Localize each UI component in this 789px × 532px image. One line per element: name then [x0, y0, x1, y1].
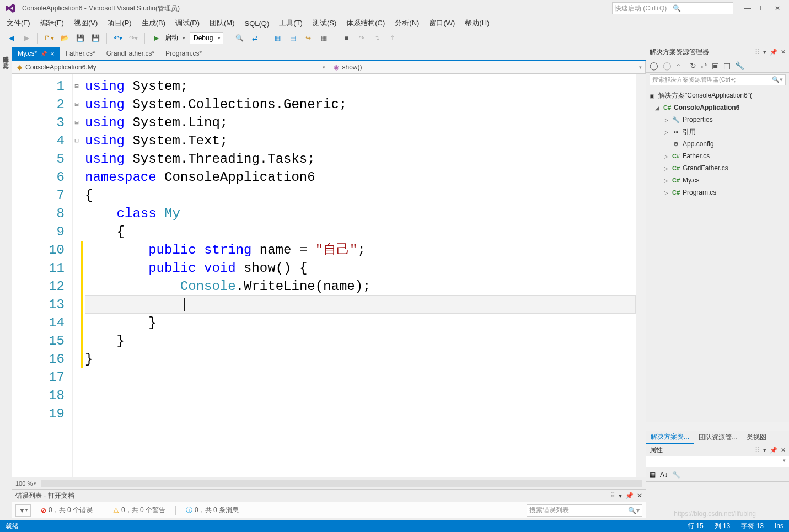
- pin-icon[interactable]: 📌: [40, 51, 47, 57]
- tab-class-view[interactable]: 类视图: [742, 431, 771, 444]
- menu-分析[interactable]: 分析(N): [395, 18, 419, 28]
- nav-back-button[interactable]: ◀: [4, 31, 18, 45]
- back-icon[interactable]: ◯: [650, 61, 658, 70]
- start-debug-button[interactable]: ▶: [149, 31, 163, 45]
- new-project-button[interactable]: 🗋▾: [42, 31, 56, 45]
- tool-icon-2[interactable]: ▤: [286, 31, 299, 45]
- tab-solution-explorer[interactable]: 解决方案资...: [646, 431, 694, 444]
- doc-tab-GrandFathercs[interactable]: GrandFather.cs*: [101, 47, 160, 60]
- horizontal-scrollbar[interactable]: [41, 480, 642, 487]
- home-icon[interactable]: ⌂: [676, 61, 680, 70]
- menu-视图[interactable]: 视图(V): [74, 18, 98, 28]
- breadcrumb-class[interactable]: ◆ ConsoleApplication6.My: [12, 61, 329, 73]
- start-label[interactable]: 启动: [165, 33, 178, 42]
- menu-团队[interactable]: 团队(M): [210, 18, 235, 28]
- tab-team-explorer[interactable]: 团队资源管...: [694, 431, 742, 444]
- menu-项目[interactable]: 项目(P): [108, 18, 131, 28]
- save-button[interactable]: 💾: [73, 31, 87, 45]
- properties-object-combo[interactable]: [646, 456, 789, 467]
- menu-帮助[interactable]: 帮助(H): [465, 18, 489, 28]
- solution-explorer-header: 解决方案资源管理器 ⠿ ▾ 📌 ✕: [646, 46, 789, 58]
- save-all-button[interactable]: 💾: [89, 31, 102, 45]
- solution-search-input[interactable]: 搜索解决方案资源管理器(Ctrl+;🔍▾: [650, 74, 786, 85]
- show-all-icon[interactable]: ▤: [723, 61, 731, 70]
- doc-tab-Programcs[interactable]: Program.cs*: [160, 47, 207, 60]
- solution-icon: ▣: [647, 91, 656, 100]
- menu-工具[interactable]: 工具(T): [279, 18, 303, 28]
- close-button[interactable]: ✕: [775, 4, 780, 12]
- close-icon[interactable]: ✕: [781, 49, 786, 56]
- vertical-scrollbar[interactable]: [636, 74, 646, 477]
- maximize-button[interactable]: ☐: [760, 4, 766, 12]
- warnings-count[interactable]: ⚠0，共 0 个警告: [109, 506, 170, 515]
- window-position-icon[interactable]: ▾: [619, 492, 622, 499]
- tree-horizontal-scrollbar[interactable]: [646, 422, 789, 431]
- grip-icon: ⠿: [755, 49, 760, 56]
- breadcrumb-member[interactable]: ◉ show(): [329, 61, 646, 73]
- toolbox-tab[interactable]: 工具箱: [0, 55, 12, 62]
- stop-icon[interactable]: ■: [340, 31, 353, 45]
- messages-count[interactable]: ⓘ0，共 0 条消息: [181, 506, 243, 515]
- tool-icon-4[interactable]: ▦: [317, 31, 330, 45]
- menu-SQL[interactable]: SQL(Q): [245, 19, 270, 28]
- redo-button[interactable]: ↷▾: [127, 31, 140, 45]
- pin-icon[interactable]: 📌: [770, 447, 777, 454]
- expand-icon[interactable]: ▷: [663, 190, 669, 196]
- close-panel-icon[interactable]: ✕: [637, 492, 642, 499]
- expand-icon[interactable]: ◢: [654, 105, 661, 111]
- main-toolbar: ◀ ▶ 🗋▾ 📂 💾 💾 ↶▾ ↷▾ ▶ 启动 ▾ Debug 🔍 ⇄ ▦ ▤ …: [0, 30, 789, 46]
- expand-icon[interactable]: ▷: [663, 117, 669, 123]
- config-combo[interactable]: Debug: [190, 32, 223, 44]
- menu-体系结构[interactable]: 体系结构(C): [346, 18, 385, 28]
- filter-button[interactable]: ▼▾: [15, 504, 31, 517]
- step-icon-3[interactable]: ↥: [386, 31, 399, 45]
- minimize-button[interactable]: ―: [744, 4, 751, 12]
- find-in-files-icon[interactable]: 🔍: [233, 31, 246, 45]
- pin-icon[interactable]: 📌: [770, 49, 777, 56]
- expand-icon[interactable]: ▷: [663, 153, 669, 159]
- doc-tab-Mycs[interactable]: My.cs*📌×: [12, 47, 60, 60]
- menu-生成[interactable]: 生成(B): [142, 18, 165, 28]
- nav-fwd-button[interactable]: ▶: [20, 31, 33, 45]
- zoom-level[interactable]: 100 %: [15, 480, 33, 487]
- undo-button[interactable]: ↶▾: [111, 31, 125, 45]
- properties-icon[interactable]: 🔧: [735, 61, 744, 70]
- doc-tab-Fathercs[interactable]: Father.cs*: [60, 47, 101, 60]
- sync-icon[interactable]: ⇄: [701, 61, 707, 70]
- window-position-icon[interactable]: ▾: [763, 447, 766, 454]
- menu-测试[interactable]: 测试(S): [313, 18, 336, 28]
- expand-icon[interactable]: ▷: [663, 178, 669, 184]
- open-button[interactable]: 📂: [58, 31, 71, 45]
- categorized-icon[interactable]: ▦: [650, 471, 656, 479]
- close-tab-icon[interactable]: ×: [50, 50, 55, 58]
- statusbar: 就绪 行 15 列 13 字符 13 Ins: [0, 520, 789, 532]
- comment-icon[interactable]: ⇄: [248, 31, 261, 45]
- step-icon-1[interactable]: ↷: [355, 31, 368, 45]
- tool-icon-1[interactable]: ▦: [271, 31, 284, 45]
- status-line: 行 15: [688, 522, 704, 531]
- expand-icon[interactable]: ▷: [663, 165, 669, 171]
- menu-文件[interactable]: 文件(F): [7, 18, 30, 28]
- menu-调试[interactable]: 调试(D): [175, 18, 200, 28]
- property-pages-icon[interactable]: 🔧: [672, 471, 680, 479]
- menu-编辑[interactable]: 编辑(E): [40, 18, 64, 28]
- quick-launch-input[interactable]: 快速启动 (Ctrl+Q) 🔍: [612, 2, 733, 14]
- step-icon-2[interactable]: ↴: [371, 31, 384, 45]
- server-explorer-tab[interactable]: 服务器资源管理器: [0, 49, 12, 55]
- fwd-icon[interactable]: ◯: [663, 61, 672, 70]
- window-position-icon[interactable]: ▾: [763, 49, 766, 56]
- csharp-file-icon: C#: [672, 152, 680, 160]
- refresh-icon[interactable]: ↻: [690, 61, 696, 70]
- tool-icon-3[interactable]: ↪: [302, 31, 315, 45]
- menu-窗口[interactable]: 窗口(W): [429, 18, 455, 28]
- error-search-input[interactable]: 搜索错误列表🔍▾: [527, 504, 642, 517]
- breadcrumb: ◆ ConsoleApplication6.My ◉ show(): [12, 61, 646, 74]
- collapse-icon[interactable]: ▣: [712, 61, 719, 70]
- expand-icon[interactable]: ▷: [663, 129, 669, 135]
- code-editor[interactable]: 12345678910111213141516171819 ⊟⊟⊟⊟ using…: [12, 74, 646, 477]
- pin-icon[interactable]: 📌: [625, 492, 634, 499]
- solution-tree[interactable]: ▣解决方案"ConsoleApplication6"( ◢C#ConsoleAp…: [646, 87, 789, 422]
- close-icon[interactable]: ✕: [781, 447, 786, 454]
- errors-count[interactable]: ⊘0，共 0 个错误: [36, 506, 97, 515]
- alphabetical-icon[interactable]: A↓: [660, 471, 668, 479]
